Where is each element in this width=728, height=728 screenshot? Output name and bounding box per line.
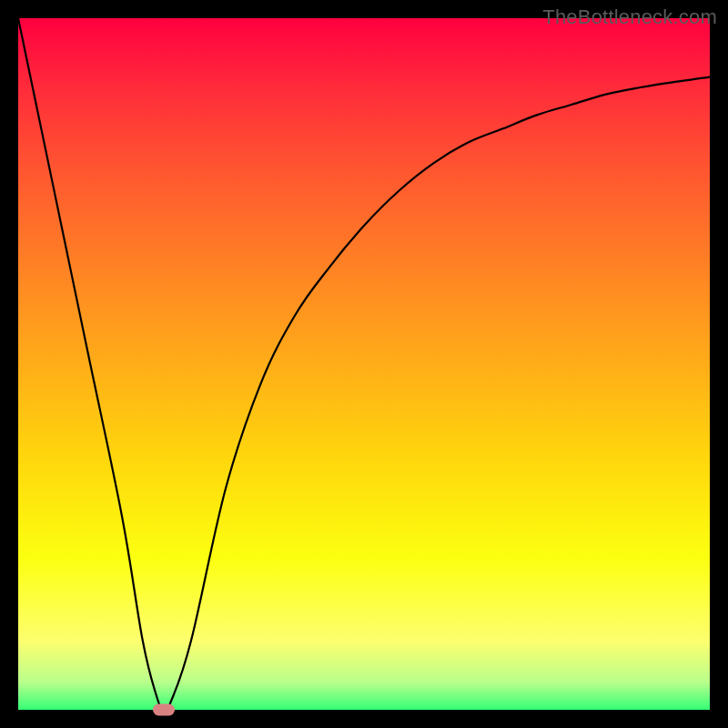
optimal-point-marker xyxy=(153,704,175,716)
bottleneck-curve xyxy=(18,18,710,710)
chart-frame: TheBottleneck.com xyxy=(0,0,728,728)
watermark-text: TheBottleneck.com xyxy=(542,5,717,29)
plot-area xyxy=(18,18,710,710)
